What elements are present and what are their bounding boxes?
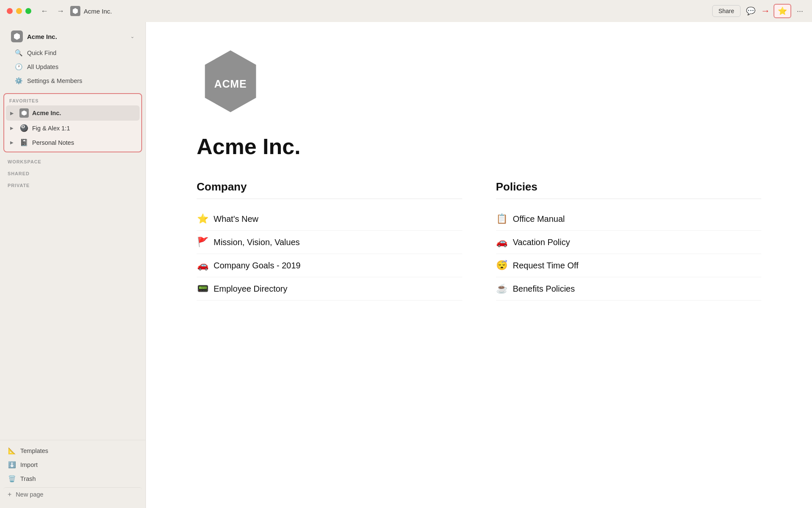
link-mission-vision[interactable]: 🚩 Mission, Vision, Values bbox=[197, 231, 462, 254]
sidebar-item-label: Personal Notes bbox=[32, 139, 74, 146]
policies-heading: Policies bbox=[496, 180, 762, 199]
policies-column: Policies 📋 Office Manual 🚗 Vacation Poli… bbox=[496, 180, 762, 301]
sidebar-item-templates[interactable]: 📐 Templates bbox=[3, 444, 142, 458]
import-icon: ⬇️ bbox=[8, 461, 16, 469]
link-vacation-policy[interactable]: 🚗 Vacation Policy bbox=[496, 231, 762, 254]
chevron-down-icon: ⌄ bbox=[130, 33, 134, 39]
link-benefits-policies[interactable]: ☕ Benefits Policies bbox=[496, 277, 762, 301]
maximize-button[interactable] bbox=[25, 8, 31, 14]
minimize-button[interactable] bbox=[16, 8, 22, 14]
svg-text:ACME: ACME bbox=[214, 78, 247, 90]
link-request-time-off[interactable]: 😴 Request Time Off bbox=[496, 254, 762, 277]
favorite-star-button[interactable]: ⭐ bbox=[774, 4, 791, 18]
link-label: Vacation Policy bbox=[513, 237, 570, 247]
flag-icon: 🚩 bbox=[197, 237, 208, 248]
sidebar-item-label: Templates bbox=[20, 447, 48, 454]
sidebar-bottom: 📐 Templates ⬇️ Import 🗑️ Trash + New pag… bbox=[0, 440, 145, 505]
sidebar-item-label: Settings & Members bbox=[27, 77, 82, 84]
link-label: Employee Directory bbox=[214, 284, 288, 294]
content-columns: Company ⭐ What's New 🚩 Mission, Vision, … bbox=[197, 180, 761, 301]
back-button[interactable]: ← bbox=[38, 5, 51, 17]
sidebar-item-personal-notes[interactable]: ▶ 📓 Personal Notes bbox=[6, 135, 140, 149]
comment-button[interactable]: 💬 bbox=[744, 4, 757, 18]
link-label: Company Goals - 2019 bbox=[214, 261, 301, 271]
expand-chevron-icon: ▶ bbox=[10, 140, 16, 145]
link-label: Office Manual bbox=[513, 214, 565, 224]
sleepy-icon: 😴 bbox=[496, 260, 508, 271]
favorites-label: FAVORITES bbox=[4, 96, 141, 105]
sidebar-item-label: Acme Inc. bbox=[32, 110, 61, 116]
page-title-breadcrumb: Acme Inc. bbox=[84, 8, 112, 15]
main-content: ACME Acme Inc. Company ⭐ What's New 🚩 Mi… bbox=[146, 22, 812, 508]
more-options-button[interactable]: ··· bbox=[795, 5, 805, 18]
page-heading: Acme Inc. bbox=[197, 134, 761, 159]
link-office-manual[interactable]: 📋 Office Manual bbox=[496, 207, 762, 231]
workspace-section-label: WORKSPACE bbox=[0, 154, 145, 166]
workspace-header[interactable]: Acme Inc. ⌄ bbox=[7, 27, 139, 46]
workspace-logo bbox=[11, 30, 23, 42]
traffic-lights bbox=[7, 8, 31, 14]
link-employee-directory[interactable]: 📟 Employee Directory bbox=[197, 277, 462, 301]
shared-section-label: SHARED bbox=[0, 166, 145, 178]
title-bar: ← → Acme Inc. Share 💬 → ⭐ ··· bbox=[0, 0, 812, 22]
title-bar-actions: Share 💬 → ⭐ ··· bbox=[712, 4, 805, 18]
expand-chevron-icon: ▶ bbox=[10, 126, 16, 130]
new-page-button[interactable]: + New page bbox=[3, 487, 142, 501]
sidebar-item-import[interactable]: ⬇️ Import bbox=[3, 458, 142, 472]
workspace-icon-small bbox=[70, 6, 80, 16]
sidebar-item-fig-alex[interactable]: ▶ 🎱 Fig & Alex 1:1 bbox=[6, 121, 140, 135]
car2-icon: 🚗 bbox=[496, 237, 508, 248]
share-button[interactable]: Share bbox=[712, 5, 741, 17]
link-label: Request Time Off bbox=[513, 261, 579, 271]
company-column: Company ⭐ What's New 🚩 Mission, Vision, … bbox=[197, 180, 462, 301]
star-icon: ⭐ bbox=[197, 213, 208, 224]
arrow-annotation-right: → bbox=[761, 6, 770, 17]
link-label: Mission, Vision, Values bbox=[214, 237, 300, 247]
sidebar-item-acme-inc[interactable]: ▶ Acme Inc. bbox=[6, 105, 140, 121]
expand-chevron-icon: ▶ bbox=[10, 111, 16, 116]
sidebar-item-quick-find[interactable]: 🔍 Quick Find bbox=[10, 46, 135, 60]
plus-icon: + bbox=[8, 491, 11, 498]
car-icon: 🚗 bbox=[197, 260, 208, 271]
favorites-section: FAVORITES ▶ Acme Inc. ▶ 🎱 Fig & Alex 1:1… bbox=[3, 93, 142, 152]
sidebar-item-label: Quick Find bbox=[27, 50, 56, 56]
acme-logo: ACME bbox=[197, 47, 264, 115]
sidebar-item-all-updates[interactable]: 🕐 All Updates bbox=[10, 60, 135, 74]
sidebar-item-label: All Updates bbox=[27, 64, 58, 70]
forward-button[interactable]: → bbox=[54, 5, 67, 17]
new-page-label: New page bbox=[16, 491, 43, 498]
link-label: What's New bbox=[214, 214, 258, 224]
pager-icon: 📟 bbox=[197, 283, 208, 294]
workspace-name: Acme Inc. bbox=[27, 33, 126, 40]
clock-icon: 🕐 bbox=[14, 63, 23, 71]
sidebar: Acme Inc. ⌄ 🔍 Quick Find 🕐 All Updates ⚙… bbox=[0, 22, 146, 508]
templates-icon: 📐 bbox=[8, 447, 16, 455]
link-company-goals[interactable]: 🚗 Company Goals - 2019 bbox=[197, 254, 462, 277]
link-whats-new[interactable]: ⭐ What's New bbox=[197, 207, 462, 231]
gear-icon: ⚙️ bbox=[14, 77, 23, 85]
app-body: Acme Inc. ⌄ 🔍 Quick Find 🕐 All Updates ⚙… bbox=[0, 22, 812, 508]
sidebar-item-settings[interactable]: ⚙️ Settings & Members bbox=[10, 74, 135, 88]
sidebar-item-trash[interactable]: 🗑️ Trash bbox=[3, 472, 142, 486]
link-label: Benefits Policies bbox=[513, 284, 575, 294]
sidebar-item-label: Import bbox=[20, 461, 38, 468]
svg-marker-1 bbox=[14, 33, 20, 40]
billiard-ball-icon: 🎱 bbox=[19, 124, 29, 132]
coffee-icon: ☕ bbox=[496, 283, 508, 294]
sidebar-item-label: Fig & Alex 1:1 bbox=[32, 125, 70, 132]
sidebar-item-label: Trash bbox=[20, 475, 36, 482]
trash-icon: 🗑️ bbox=[8, 475, 16, 483]
clipboard-icon: 📋 bbox=[496, 213, 508, 224]
private-section-label: PRIVATE bbox=[0, 178, 145, 190]
company-heading: Company bbox=[197, 180, 462, 199]
svg-marker-2 bbox=[22, 110, 27, 116]
acme-page-icon bbox=[19, 108, 29, 118]
close-button[interactable] bbox=[7, 8, 13, 14]
notebook-icon: 📓 bbox=[19, 138, 29, 146]
svg-marker-0 bbox=[73, 8, 78, 14]
search-icon: 🔍 bbox=[14, 49, 23, 57]
sidebar-top: Acme Inc. ⌄ 🔍 Quick Find 🕐 All Updates ⚙… bbox=[0, 25, 145, 91]
